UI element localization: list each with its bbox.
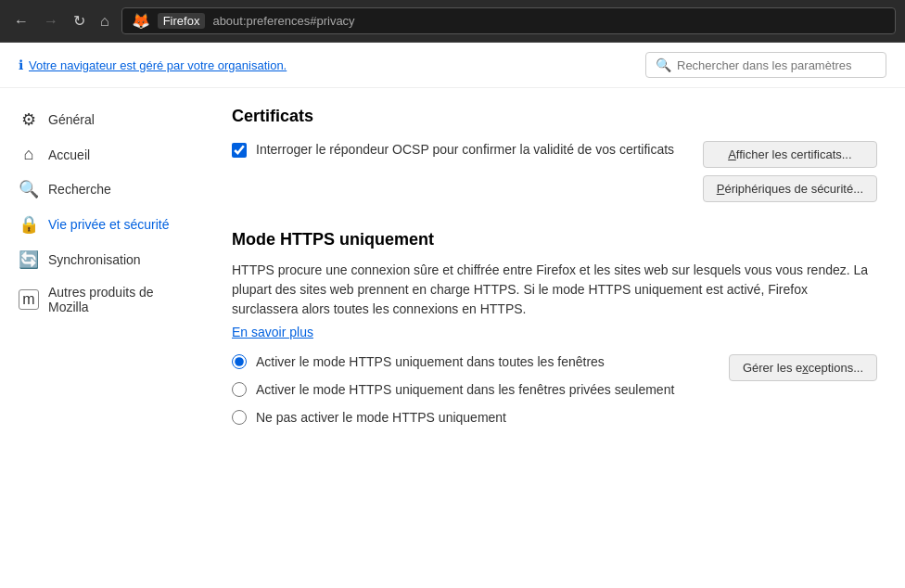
ocsp-label: Interroger le répondeur OCSP pour confir… bbox=[256, 141, 674, 160]
sidebar-item-mozilla[interactable]: m Autres produits de Mozilla bbox=[0, 277, 204, 322]
home-button[interactable]: ⌂ bbox=[96, 11, 114, 32]
https-description: HTTPS procure une connexion sûre et chif… bbox=[232, 261, 877, 319]
reload-button[interactable]: ↻ bbox=[69, 10, 90, 32]
sidebar-item-recherche[interactable]: 🔍 Recherche bbox=[0, 172, 204, 207]
sync-icon: 🔄 bbox=[19, 249, 39, 270]
info-icon: ℹ bbox=[19, 58, 23, 72]
main-layout: ⚙ Général ⌂ Accueil 🔍 Recherche 🔒 Vie pr… bbox=[0, 88, 905, 588]
sidebar-label-recherche: Recherche bbox=[48, 182, 111, 197]
home-icon: ⌂ bbox=[19, 145, 39, 164]
radio-all-windows[interactable] bbox=[232, 354, 247, 369]
afficher-certificats-button[interactable]: Afficher les certificats... bbox=[703, 141, 877, 168]
https-options: Activer le mode HTTPS uniquement dans to… bbox=[232, 354, 877, 425]
radio-disabled[interactable] bbox=[232, 410, 247, 425]
sidebar-label-sync: Synchronisation bbox=[48, 252, 141, 267]
radio-item-all-windows: Activer le mode HTTPS uniquement dans to… bbox=[232, 354, 692, 369]
lock-icon: 🔒 bbox=[19, 214, 39, 235]
sidebar: ⚙ Général ⌂ Accueil 🔍 Recherche 🔒 Vie pr… bbox=[0, 88, 204, 588]
radio-label-disabled: Ne pas activer le mode HTTPS uniquement bbox=[256, 410, 506, 425]
radio-private-only[interactable] bbox=[232, 382, 247, 397]
main-panel: Certificats Interroger le répondeur OCSP… bbox=[204, 88, 905, 588]
https-title: Mode HTTPS uniquement bbox=[232, 230, 877, 249]
page-content: ℹ Votre navigateur est géré par votre or… bbox=[0, 43, 905, 588]
search-input[interactable] bbox=[677, 58, 876, 72]
https-learn-more-link[interactable]: En savoir plus bbox=[232, 325, 313, 339]
site-tag: Firefox bbox=[158, 13, 206, 29]
certificates-section: Certificats Interroger le répondeur OCSP… bbox=[232, 107, 877, 202]
radio-label-all-windows: Activer le mode HTTPS uniquement dans to… bbox=[256, 354, 605, 369]
back-button[interactable]: ← bbox=[9, 11, 33, 32]
peripheriques-securite-button[interactable]: Périphériques de sécurité... bbox=[703, 175, 877, 202]
ocsp-checkbox[interactable] bbox=[232, 143, 247, 158]
firefox-logo-icon: 🦊 bbox=[132, 12, 150, 30]
nav-buttons: ← → ↻ ⌂ bbox=[9, 10, 114, 32]
cert-checkbox-area: Interroger le répondeur OCSP pour confir… bbox=[232, 141, 684, 160]
browser-chrome: ← → ↻ ⌂ 🦊 Firefox about:preferences#priv… bbox=[0, 0, 905, 43]
address-bar[interactable]: 🦊 Firefox about:preferences#privacy bbox=[121, 7, 896, 34]
search-box[interactable]: 🔍 bbox=[645, 52, 886, 78]
radio-item-disabled: Ne pas activer le mode HTTPS uniquement bbox=[232, 410, 692, 425]
mozilla-icon: m bbox=[19, 289, 39, 310]
org-notice-link[interactable]: Votre navigateur est géré par votre orga… bbox=[29, 58, 287, 72]
sidebar-item-vie-privee[interactable]: 🔒 Vie privée et sécurité bbox=[0, 207, 204, 242]
org-notice: ℹ Votre navigateur est géré par votre or… bbox=[19, 58, 287, 72]
sidebar-item-sync[interactable]: 🔄 Synchronisation bbox=[0, 242, 204, 277]
sidebar-item-general[interactable]: ⚙ Général bbox=[0, 102, 204, 137]
certificates-row: Interroger le répondeur OCSP pour confir… bbox=[232, 141, 877, 202]
search-icon: 🔍 bbox=[656, 58, 671, 72]
general-icon: ⚙ bbox=[19, 109, 39, 130]
radio-item-private-only: Activer le mode HTTPS uniquement dans le… bbox=[232, 382, 692, 397]
search-sidebar-icon: 🔍 bbox=[19, 179, 39, 199]
https-section: Mode HTTPS uniquement HTTPS procure une … bbox=[232, 230, 877, 425]
top-bar: ℹ Votre navigateur est géré par votre or… bbox=[0, 43, 905, 88]
sidebar-label-vie-privee: Vie privée et sécurité bbox=[48, 217, 169, 232]
radio-options: Activer le mode HTTPS uniquement dans to… bbox=[232, 354, 692, 425]
sidebar-label-general: Général bbox=[48, 112, 95, 127]
forward-button[interactable]: → bbox=[39, 11, 63, 32]
certificates-title: Certificats bbox=[232, 107, 877, 126]
radio-label-private-only: Activer le mode HTTPS uniquement dans le… bbox=[256, 382, 674, 397]
sidebar-item-accueil[interactable]: ⌂ Accueil bbox=[0, 137, 204, 172]
manage-exceptions-button[interactable]: Gérer les exceptions... bbox=[729, 354, 877, 381]
sidebar-label-mozilla: Autres produits de Mozilla bbox=[48, 285, 185, 314]
url-display: about:preferences#privacy bbox=[212, 14, 354, 28]
cert-buttons: Afficher les certificats... Périphérique… bbox=[703, 141, 877, 202]
sidebar-label-accueil: Accueil bbox=[48, 147, 90, 162]
